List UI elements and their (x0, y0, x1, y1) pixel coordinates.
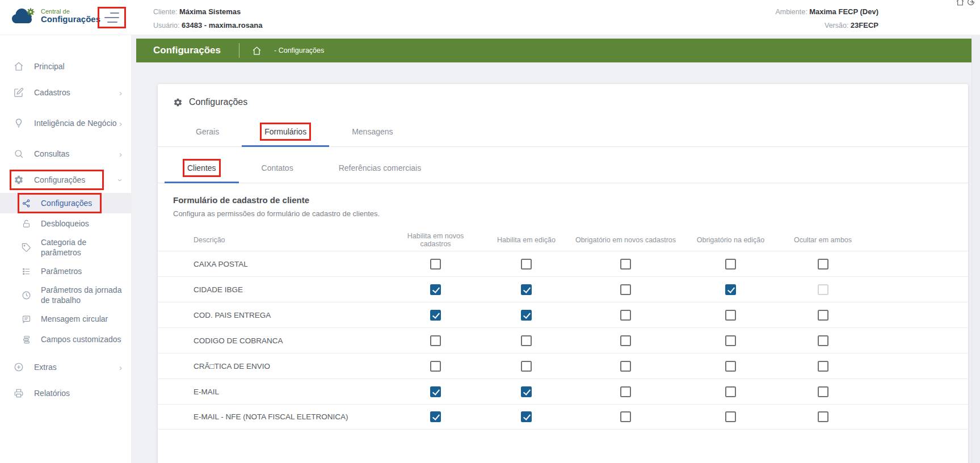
checkbox[interactable] (725, 411, 736, 422)
sidebar-item-principal[interactable]: Principal (0, 53, 131, 79)
plus-circle-icon (14, 362, 24, 372)
tab-gerais[interactable]: Gerais (173, 118, 242, 146)
chevron-right-icon: › (119, 149, 122, 159)
table-row: E-MAIL (158, 378, 968, 404)
checkbox[interactable] (620, 386, 631, 397)
checkbox[interactable] (430, 386, 441, 397)
sidebar-subitem-mensagem-circular[interactable]: Mensagem circular (0, 309, 131, 329)
checkbox[interactable] (725, 386, 736, 397)
checkbox[interactable] (521, 411, 532, 422)
chevron-right-icon: › (119, 88, 122, 98)
checkbox[interactable] (818, 284, 828, 295)
row-label: CRÃ□TICA DE ENVIO (158, 362, 392, 371)
checkbox[interactable] (725, 310, 736, 321)
row-label: CODIGO DE COBRANCA (158, 336, 392, 345)
checkbox[interactable] (818, 310, 828, 321)
checkbox[interactable] (818, 361, 828, 372)
home-icon[interactable] (252, 46, 262, 56)
tab-mensagens[interactable]: Mensagens (329, 118, 415, 146)
stack-icon (22, 335, 32, 344)
checkbox[interactable] (620, 284, 631, 295)
checkbox[interactable] (725, 335, 736, 346)
printer-icon (14, 388, 24, 398)
sidebar-item-label: Configurações (41, 198, 92, 208)
user-label: Usuário: (153, 22, 180, 30)
checkbox[interactable] (818, 386, 828, 397)
permissions-table: Descrição Habilita em novos cadastros Ha… (158, 229, 968, 430)
logout-icon[interactable] (966, 0, 975, 6)
logo-line2: Configurações (41, 15, 100, 24)
tag-icon (22, 243, 32, 252)
checkbox[interactable] (521, 259, 532, 270)
checkbox[interactable] (430, 361, 441, 372)
checkbox[interactable] (430, 284, 441, 295)
section-subtitle: Configura as permissões do formulário de… (173, 209, 953, 218)
scrollbar[interactable] (971, 35, 980, 463)
table-row: CAIXA POSTAL (158, 251, 968, 276)
checkbox[interactable] (430, 259, 441, 270)
version-value: 23FECP (851, 21, 878, 30)
checkbox[interactable] (430, 411, 441, 422)
sidebar-subitem-desbloqueios[interactable]: Desbloqueios (0, 213, 131, 234)
checkbox[interactable] (818, 335, 828, 346)
checkbox[interactable] (620, 335, 631, 346)
checkbox[interactable] (818, 259, 828, 270)
checkbox[interactable] (521, 284, 532, 295)
checkbox[interactable] (620, 361, 631, 372)
checkbox[interactable] (620, 310, 631, 321)
sidebar-item-label: Parâmetros da jornada de trabalho (41, 285, 122, 305)
sidebar-subitem-categoria-de-parametros[interactable]: Categoria de parâmetros (0, 234, 131, 261)
column-header: Ocultar em ambos (783, 236, 863, 244)
table-row: E-MAIL - NFE (NOTA FISCAL ELETRONICA) (158, 404, 968, 430)
client-label: Cliente: (153, 8, 177, 16)
sub-tabs: Clientes Contatos Referências comerciais (158, 154, 968, 183)
chevron-down-icon: › (116, 179, 125, 182)
sidebar-item-label: Consultas (34, 149, 117, 159)
checkbox[interactable] (620, 411, 631, 422)
tab-contatos[interactable]: Contatos (239, 154, 316, 183)
chevron-right-icon: › (119, 119, 122, 128)
sidebar-item-consultas[interactable]: Consultas › (0, 141, 131, 167)
checkbox[interactable] (521, 386, 532, 397)
checkbox[interactable] (521, 361, 532, 372)
top-header: Central de Configurações Cliente: Máxima… (0, 0, 980, 35)
annotation-box: Configurações (22, 197, 98, 209)
checkbox[interactable] (521, 335, 532, 346)
sidebar-item-label: Principal (34, 61, 122, 71)
tab-formularios[interactable]: Formulários (242, 118, 329, 146)
home-icon[interactable] (956, 0, 965, 6)
checkbox[interactable] (725, 284, 736, 295)
row-label: E-MAIL (158, 388, 392, 396)
sidebar-item-configuracoes[interactable]: Configurações › (0, 167, 131, 193)
row-label: CIDADE IBGE (158, 285, 392, 294)
checkbox[interactable] (430, 335, 441, 346)
sidebar-subitem-campos-customizados[interactable]: Campos customizados (0, 329, 131, 350)
sidebar-item-cadastros[interactable]: Cadastros › (0, 79, 131, 106)
sidebar-item-extras[interactable]: Extras › (0, 354, 131, 380)
table-header-row: Descrição Habilita em novos cadastros Ha… (158, 229, 968, 251)
sidebar-item-relatorios[interactable]: Relatórios (0, 380, 131, 406)
checkbox[interactable] (620, 259, 631, 270)
clock-icon (22, 291, 32, 300)
column-header: Habilita em edição (480, 236, 573, 244)
checkbox[interactable] (430, 310, 441, 321)
checkbox[interactable] (725, 361, 736, 372)
breadcrumb-bar: Configurações - Configurações (136, 39, 971, 62)
share-network-icon (22, 199, 32, 208)
row-label: CAIXA POSTAL (158, 260, 392, 268)
hamburger-menu-icon[interactable] (102, 11, 121, 24)
sidebar-subitem-parametros-da-jornada[interactable]: Parâmetros da jornada de trabalho (0, 281, 131, 309)
sidebar-subitem-configuracoes[interactable]: Configurações (0, 193, 131, 213)
env-value: Maxima FECP (Dev) (809, 7, 878, 16)
sidebar-item-inteligencia-de-negocio[interactable]: Inteligência de Negócio › (0, 106, 131, 141)
sidebar-item-label: Campos customizados (41, 334, 122, 344)
tab-label: Clientes (187, 163, 216, 172)
checkbox[interactable] (725, 259, 736, 270)
checkbox[interactable] (521, 310, 532, 321)
column-header: Obrigatório em novos cadastros (573, 236, 678, 244)
sidebar-subitem-parametros[interactable]: Parâmetros (0, 261, 131, 281)
tab-referencias-comerciais[interactable]: Referências comerciais (316, 154, 444, 183)
tab-clientes[interactable]: Clientes (165, 154, 239, 183)
breadcrumb: - Configurações (274, 47, 324, 54)
checkbox[interactable] (818, 411, 828, 422)
